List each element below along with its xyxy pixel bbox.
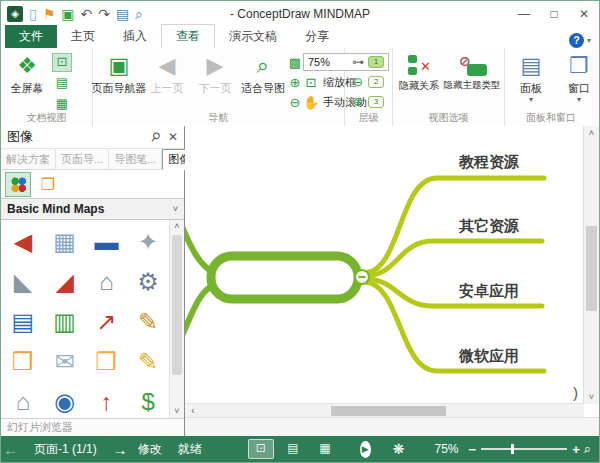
prev-page-button[interactable]: ◀ 上一页 bbox=[143, 51, 191, 98]
map-canvas[interactable]: 教程资源 其它资源 安卓应用 微软应用 ) ˄ ˅ ‹ bbox=[185, 126, 599, 436]
tab-page-navigator[interactable]: 页面导... bbox=[56, 150, 109, 169]
clipart-thumb[interactable]: ✎ bbox=[127, 342, 169, 382]
clipart-thumb[interactable]: ◀ bbox=[2, 222, 44, 262]
print-icon[interactable]: ▤ bbox=[116, 6, 129, 22]
clipart-thumb[interactable]: ↗ bbox=[86, 302, 128, 342]
image-folder-button[interactable]: ❐ bbox=[35, 172, 61, 197]
scroll-thumb[interactable] bbox=[586, 226, 597, 311]
redo-icon[interactable]: ↷ bbox=[98, 6, 110, 22]
page-navigator-button[interactable]: ▣ 页面导航器 bbox=[95, 51, 143, 98]
topic-label[interactable]: 其它资源 bbox=[433, 217, 545, 236]
topic-label[interactable]: 微软应用 bbox=[433, 347, 545, 366]
help-caret-icon[interactable]: ▾ bbox=[587, 36, 591, 45]
close-button[interactable]: ✕ bbox=[569, 2, 599, 26]
tab-map-notes[interactable]: 导图笔... bbox=[109, 150, 162, 169]
zoom-slider[interactable]: − + bbox=[469, 442, 580, 457]
minimize-button[interactable]: — bbox=[509, 2, 539, 26]
scroll-up-icon[interactable]: ˄ bbox=[584, 126, 599, 140]
expand-level-button[interactable]: ⊕ 3 bbox=[351, 93, 384, 111]
topic-label[interactable]: 安卓应用 bbox=[433, 282, 545, 301]
zoom-out-slider-icon[interactable]: − bbox=[469, 442, 477, 457]
central-topic[interactable] bbox=[211, 256, 358, 299]
tab-presentation[interactable]: 演示文稿 bbox=[215, 25, 291, 48]
topic-label[interactable]: 教程资源 bbox=[433, 153, 545, 172]
fit-page-zoom-icon[interactable]: ⌕ bbox=[584, 441, 591, 457]
clipart-thumb[interactable]: ◣ bbox=[2, 262, 44, 302]
clipart-thumb[interactable]: ↑ bbox=[86, 382, 128, 419]
scroll-down-icon[interactable]: ˅ bbox=[584, 390, 599, 404]
zoom-in-slider-icon[interactable]: + bbox=[572, 442, 580, 457]
clipart-thumb[interactable]: ✎ bbox=[127, 302, 169, 342]
clipart-thumb[interactable]: ❒ bbox=[2, 342, 44, 382]
group-navigation: ▣ 页面导航器 ◀ 上一页 ▶ 下一页 ⌕ 适合导图 ▩ ⊕ ⊖ bbox=[93, 48, 345, 126]
library-dropdown[interactable]: Basic Mind Maps ˅ bbox=[1, 198, 184, 220]
fullscreen-label: 全屏幕 bbox=[11, 81, 44, 96]
prev-page-status-icon[interactable]: ← bbox=[1, 441, 20, 458]
hide-relations-button[interactable]: ✕ 隐藏关系 bbox=[395, 51, 443, 95]
tab-home[interactable]: 主页 bbox=[57, 25, 109, 48]
status-split-view-button[interactable]: ▦ bbox=[312, 439, 338, 459]
panel-close-icon[interactable]: ✕ bbox=[168, 130, 178, 144]
clipart-thumb[interactable]: ✉ bbox=[44, 342, 86, 382]
slide-navigator-bar[interactable]: 幻灯片浏览器 bbox=[1, 419, 184, 436]
zoom-selection-icon[interactable]: ▩ bbox=[287, 55, 303, 70]
clipart-thumb[interactable]: ⌂ bbox=[86, 262, 128, 302]
clipart-thumb[interactable]: ▤ bbox=[2, 302, 44, 342]
scroll-left-icon[interactable]: ‹ bbox=[187, 404, 199, 418]
collapse-level-button[interactable]: ⊖ 2 bbox=[351, 73, 384, 91]
panels-label: 面板 bbox=[520, 81, 542, 96]
clipart-thumb[interactable]: ▦ bbox=[44, 222, 86, 262]
show-level-1-button[interactable]: ⊶ 1 bbox=[351, 53, 384, 71]
fullscreen-button[interactable]: ❖ 全屏幕 bbox=[3, 51, 51, 98]
undo-icon[interactable]: ↶ bbox=[81, 6, 93, 22]
fullscreen-icon: ❖ bbox=[17, 53, 37, 81]
clipart-thumb[interactable]: $ bbox=[127, 382, 169, 419]
print-preview-icon[interactable]: ⌕ bbox=[135, 6, 143, 22]
tab-view[interactable]: 查看 bbox=[161, 24, 215, 49]
canvas-horizontal-scrollbar[interactable]: ‹ bbox=[185, 403, 584, 418]
clipart-thumb[interactable]: ▥ bbox=[44, 302, 86, 342]
zoom-out-icon[interactable]: ⊖ bbox=[287, 95, 303, 110]
clipart-thumb[interactable]: ▬ bbox=[86, 222, 128, 262]
tab-solutions[interactable]: 解决方案 bbox=[1, 150, 56, 169]
clipart-thumb[interactable]: ✦ bbox=[127, 222, 169, 262]
clipart-thumb[interactable]: ◢ bbox=[44, 262, 86, 302]
clipart-library-button[interactable] bbox=[5, 172, 31, 197]
clipart-thumb[interactable]: ⚙ bbox=[127, 262, 169, 302]
mindmap-view-button[interactable]: ⊡ bbox=[52, 53, 72, 72]
scroll-thumb[interactable] bbox=[172, 235, 182, 375]
clipart-thumb[interactable]: ⌂ bbox=[2, 382, 44, 419]
hide-topic-types-button[interactable]: ⊘ 隐藏主题类型 bbox=[443, 51, 501, 94]
panels-button[interactable]: ▤ 面板 ▾ bbox=[507, 51, 555, 108]
status-outline-view-button[interactable]: ▤ bbox=[280, 439, 306, 459]
open-file-icon[interactable]: ⚑ bbox=[43, 6, 56, 22]
clipart-thumb[interactable]: ◉ bbox=[44, 382, 86, 419]
settings-gear-icon[interactable]: ❋ bbox=[393, 441, 405, 457]
scroll-up-icon[interactable]: ˄ bbox=[170, 220, 184, 233]
help-icon[interactable]: ? bbox=[569, 33, 584, 48]
tab-file[interactable]: 文件 bbox=[5, 25, 57, 48]
presentation-play-button[interactable]: ▶ bbox=[360, 441, 371, 458]
status-mindmap-view-button[interactable]: ⊡ bbox=[248, 439, 274, 459]
zoom-slider-thumb[interactable] bbox=[511, 444, 514, 454]
maximize-button[interactable]: □ bbox=[539, 2, 569, 26]
window-button[interactable]: ❐ 窗口 ▾ bbox=[555, 51, 600, 108]
new-document-icon[interactable]: ▯ bbox=[29, 6, 37, 22]
gallery-scrollbar[interactable]: ˄ ˅ bbox=[169, 220, 184, 418]
canvas-vertical-scrollbar[interactable]: ˄ ˅ bbox=[583, 126, 599, 404]
outline-view-button[interactable]: ▤ bbox=[52, 74, 72, 93]
app-logo-icon: ◈ bbox=[7, 6, 23, 22]
page-indicator: 页面-1 (1/1) bbox=[20, 441, 110, 458]
save-icon[interactable]: ▣ bbox=[61, 6, 74, 22]
scroll-down-icon[interactable]: ˅ bbox=[170, 405, 184, 418]
next-page-status-icon[interactable]: → bbox=[110, 441, 129, 458]
scroll-thumb[interactable] bbox=[331, 406, 446, 416]
tab-insert[interactable]: 插入 bbox=[109, 25, 161, 48]
zoom-in-icon[interactable]: ⊕ bbox=[287, 75, 303, 90]
clipart-thumb[interactable]: ❒ bbox=[86, 342, 128, 382]
group-view-options: ✕ 隐藏关系 ⊘ 隐藏主题类型 视图选项 bbox=[393, 48, 505, 126]
next-page-button[interactable]: ▶ 下一页 bbox=[191, 51, 239, 98]
level-1-badge: 1 bbox=[368, 56, 384, 68]
tab-share[interactable]: 分享 bbox=[291, 25, 343, 48]
fit-map-button[interactable]: ⌕ 适合导图 bbox=[239, 51, 287, 98]
